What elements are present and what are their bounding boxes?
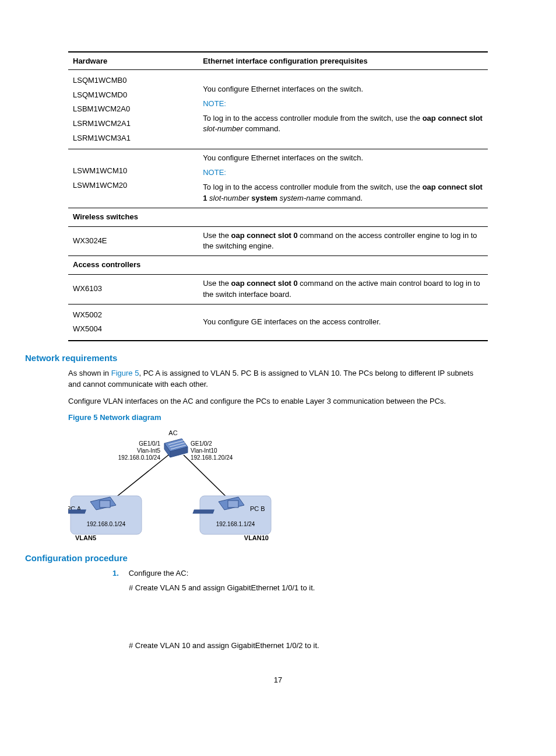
section-row: Wireless switches — [68, 208, 488, 226]
hardware-table: Hardware Ethernet interface configuratio… — [68, 51, 488, 341]
step-text: Configure the AC: — [129, 569, 189, 578]
prereq-cell: You configure Ethernet interfaces on the… — [198, 149, 488, 208]
rightip-label: 192.168.1.20/24 — [191, 454, 233, 461]
table-row: LSQM1WCMB0 LSQM1WCMD0 LSBM1WCM2A0 LSRM1W… — [68, 69, 488, 149]
section-label: Wireless switches — [68, 208, 488, 226]
ge102-label: GE1/0/2 — [191, 440, 212, 447]
substep-vlan10: # Create VLAN 10 and assign GigabitEther… — [129, 640, 488, 652]
vlanint5-label: Vlan-Int5 — [137, 447, 160, 454]
table-row: WX5002 WX5004 You configure GE interface… — [68, 304, 488, 341]
figure-caption: Figure 5 Network diagram — [68, 412, 488, 424]
table-row: WX6103 Use the oap connect slot 0 comman… — [68, 275, 488, 304]
svg-rect-8 — [100, 501, 110, 508]
section-row: Access controllers — [68, 256, 488, 275]
table-row: WX3024E Use the oap connect slot 0 comma… — [68, 226, 488, 256]
prereq-cell: Use the oap connect slot 0 command on th… — [198, 226, 488, 256]
figure-link[interactable]: Figure 5 — [111, 369, 139, 377]
vlan10-label: VLAN10 — [244, 534, 269, 541]
ge101-label: GE1/0/1 — [139, 440, 160, 447]
network-diagram: AC GE1/0/1 Vlan-Int5 192.168.0.10/24 GE1… — [68, 427, 278, 544]
step-number: 1. — [112, 568, 126, 579]
prereq-cell: You configure Ethernet interfaces on the… — [198, 69, 488, 149]
hardware-cell: WX5002 WX5004 — [68, 304, 198, 341]
hardware-cell: LSWM1WCM10 LSWM1WCM20 — [68, 149, 198, 208]
substep-vlan5: # Create VLAN 5 and assign GigabitEthern… — [129, 583, 488, 594]
table-row: LSWM1WCM10 LSWM1WCM20 You configure Ethe… — [68, 149, 488, 208]
pcaip-label: 192.168.0.1/24 — [87, 521, 126, 527]
ac-device-icon — [164, 439, 188, 457]
svg-rect-10 — [193, 510, 214, 513]
hardware-cell: WX3024E — [68, 226, 198, 256]
section-label: Access controllers — [68, 256, 488, 275]
leftip-label: 192.168.0.10/24 — [118, 454, 161, 461]
svg-rect-11 — [228, 501, 238, 508]
heading-config-procedure: Configuration procedure — [25, 552, 488, 565]
pcb-label: PC B — [250, 505, 265, 512]
vlanint10-label: Vlan-Int10 — [191, 447, 217, 454]
heading-network-requirements: Network requirements — [25, 352, 488, 365]
hardware-cell: WX6103 — [68, 275, 198, 304]
col-prereq: Ethernet interface configuration prerequ… — [198, 52, 488, 69]
netreq-p2: Configure VLAN interfaces on the AC and … — [68, 396, 488, 407]
pcbip-label: 192.168.1.1/24 — [216, 521, 255, 527]
col-hardware: Hardware — [68, 52, 198, 69]
svg-rect-7 — [68, 510, 86, 513]
hardware-cell: LSQM1WCMB0 LSQM1WCMD0 LSBM1WCM2A0 LSRM1W… — [68, 69, 198, 149]
prereq-cell: Use the oap connect slot 0 command on th… — [198, 275, 488, 304]
page-number: 17 — [68, 675, 488, 686]
steps-list: 1. Configure the AC: # Create VLAN 5 and… — [68, 568, 488, 652]
netreq-p1: As shown in Figure 5, PC A is assigned t… — [68, 368, 488, 390]
prereq-cell: You configure GE interfaces on the acces… — [198, 304, 488, 341]
vlan5-label: VLAN5 — [75, 534, 96, 541]
ac-label: AC — [168, 429, 177, 436]
step-1: 1. Configure the AC: — [129, 568, 488, 579]
